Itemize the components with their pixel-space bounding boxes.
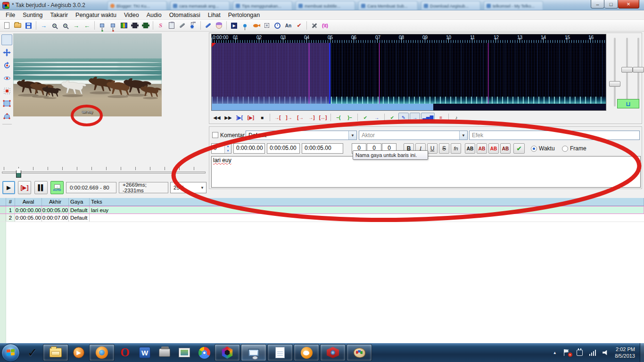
secondary-color-button[interactable]: AB (477, 143, 487, 154)
audio-commit-button[interactable]: ✔ (360, 113, 371, 122)
power-icon[interactable] (577, 350, 583, 356)
audio-goto-button[interactable]: → (372, 113, 382, 122)
snap-end-icon[interactable] (108, 21, 118, 31)
browser-tab[interactable]: Tips menggunakan... (233, 1, 292, 10)
font-button[interactable]: fn (451, 143, 461, 154)
browser-tab[interactable]: membuat subtitle... (296, 1, 355, 10)
play-line-button[interactable]: [▶] (18, 181, 31, 194)
browser-tab[interactable]: Cara Membuat Sub... (358, 1, 418, 10)
browser-tab[interactable]: Blogger: TKI Ku... (107, 1, 167, 10)
taskbar-clock[interactable]: 2:02 PM 8/5/2013 (615, 346, 635, 359)
grid-row[interactable]: 2 0:00:05.00 0:00:07.00 Default (0, 214, 644, 222)
video-zoom-dropdown[interactable]: 25% ▼ (170, 182, 206, 193)
jump-video-end-icon[interactable]: ← (82, 21, 92, 31)
menu-subtitle[interactable]: Takarir (47, 12, 72, 18)
taskbar-opera-button[interactable]: O (116, 344, 134, 361)
zoom-in-icon[interactable] (50, 21, 59, 31)
menu-video[interactable]: Video (120, 12, 143, 18)
col-number[interactable]: # (6, 198, 15, 206)
grid-row-selected[interactable]: 1 0:00:00.00 0:00:05.00 Default lari euy (0, 206, 644, 214)
audio-volume-slider[interactable] (637, 38, 639, 107)
play-button[interactable]: ▶ (2, 181, 15, 194)
jump-to-icon[interactable]: → (39, 21, 49, 31)
audio-stop-button[interactable]: ■ (257, 113, 267, 122)
layer-spinner[interactable]: 0 ▲▼ (211, 143, 231, 154)
shift-times-icon[interactable] (140, 21, 150, 31)
karaoke-doll-icon[interactable] (214, 21, 224, 31)
menu-audio[interactable]: Audio (143, 12, 165, 18)
audio-vertical-zoom-slider[interactable] (626, 38, 628, 107)
audio-play-selection-button[interactable]: ]▶[ (234, 113, 245, 122)
audio-play-line-button[interactable]: [▶] (246, 113, 256, 122)
auto-seek-toggle[interactable]: → AUTO (50, 181, 64, 194)
shift-times-clock-icon[interactable] (188, 21, 198, 31)
end-time-field[interactable]: 0:00:05.00 (267, 143, 300, 154)
network-icon[interactable] (589, 350, 596, 356)
select-area-icon[interactable] (262, 21, 272, 31)
audio-volume-icon[interactable]: ♪ (451, 113, 462, 122)
browser-tab[interactable]: telkomsel - My Telko... (484, 1, 543, 10)
taskbar-fax-button[interactable] (155, 344, 174, 361)
maximize-button[interactable]: □ (604, 0, 618, 8)
comment-checkbox[interactable] (212, 132, 218, 138)
resample-door-icon[interactable]: ▶ (229, 21, 239, 31)
audio-link-button[interactable]: ⊔ (617, 99, 639, 108)
spin-up-icon[interactable]: ▲ (225, 144, 231, 148)
audio-previous-button[interactable]: ◀◀ (212, 113, 222, 122)
taskbar-gom-player-button[interactable] (294, 344, 319, 361)
actor-dropdown[interactable]: Aktor ▼ (359, 131, 468, 140)
subtitle-text-editor[interactable]: lari euy (211, 156, 641, 188)
taskbar-aegisub-button[interactable] (215, 344, 240, 361)
kanji-timer-brush-icon[interactable] (203, 21, 213, 31)
start-button[interactable] (1, 344, 20, 362)
taskbar-chrome-button[interactable] (195, 344, 214, 361)
pause-button[interactable]: ▌▌ (34, 181, 48, 194)
translation-assistant-icon[interactable]: An (283, 21, 293, 31)
spellcheck-icon[interactable]: ✔ (294, 21, 304, 31)
effect-input[interactable]: Efek (469, 131, 640, 140)
speaker-icon[interactable] (603, 350, 609, 355)
chevron-down-icon[interactable]: ▼ (459, 131, 467, 140)
col-start[interactable]: Awal (15, 198, 42, 206)
save-file-icon[interactable] (24, 21, 33, 31)
audio-spectrogram[interactable]: 0:00:00 01 02 03 04 05 06 07 08 09 10 11… (211, 34, 606, 111)
lead-in-button[interactable]: –( (333, 113, 344, 122)
menu-automation[interactable]: Otomatisasi (165, 12, 204, 18)
col-end[interactable]: Akhir (42, 198, 69, 206)
standard-mode-button[interactable] (1, 34, 12, 45)
shift-end-forward-button[interactable]: →] (306, 113, 317, 122)
close-button[interactable]: × (618, 0, 639, 8)
clip-rect-tool-button[interactable] (1, 98, 12, 109)
shift-start-forward-button[interactable]: ]→ (284, 113, 294, 122)
taskbar-notepad-button[interactable] (267, 344, 293, 361)
snap-to-scene-button[interactable]: [↔] (318, 113, 328, 122)
browser-tab[interactable]: Download Aegisub... (421, 1, 480, 10)
fonts-collector-pin-icon[interactable] (240, 21, 250, 31)
time-radio[interactable]: Waktu (531, 145, 555, 152)
show-desktop-button[interactable] (640, 343, 644, 362)
menu-timing[interactable]: Pengatur waktu (72, 12, 120, 18)
strikeout-button[interactable]: S (439, 143, 449, 154)
attachments-icon[interactable] (166, 21, 176, 31)
action-center-flag-icon[interactable]: × (564, 349, 570, 356)
open-file-icon[interactable] (13, 21, 23, 31)
video-seek-slider[interactable] (1, 166, 206, 178)
taskbar-firefox-button[interactable] (89, 344, 115, 361)
taskbar-checkmark-icon[interactable]: ✓ (23, 344, 42, 361)
audio-selection[interactable] (212, 43, 330, 105)
col-style[interactable]: Gaya (69, 198, 90, 206)
timing-clock-icon[interactable] (272, 21, 282, 31)
taskbar-display-settings-button[interactable] (241, 344, 266, 361)
menu-edit[interactable]: Sunting (19, 12, 46, 18)
menu-file[interactable]: File (2, 12, 19, 18)
duration-field[interactable]: 0:00:05.00 (302, 143, 343, 154)
styles-manager-icon[interactable]: S (156, 21, 165, 31)
video-details-icon[interactable] (130, 21, 140, 31)
minimize-button[interactable]: – (591, 0, 604, 8)
style-dropdown[interactable]: Default ▼ (246, 131, 357, 140)
jump-video-start-icon[interactable]: → (71, 21, 81, 31)
auto-commit-toggle[interactable]: ✔ (387, 113, 397, 122)
audio-zoom-slider[interactable] (614, 38, 616, 107)
commit-button[interactable]: ✔ (513, 143, 525, 154)
taskbar-paint-button[interactable] (347, 344, 372, 361)
